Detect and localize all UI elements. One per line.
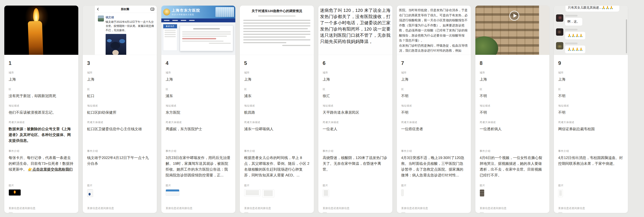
field-value-city: 上海 (323, 76, 388, 82)
wechat-screen: 朋友圈 钱文雄 钱文雄于2022年4月12日下午一点十九分去世。疫情期间一切从简… (95, 5, 157, 55)
gallery-card[interactable]: 迷病危了叫 120，120 来了说全上海发热门诊都关了，没有医院接收，打了一个多… (318, 5, 392, 213)
hospital-menu-title: 最新动态 (163, 24, 177, 28)
avatar (556, 28, 563, 36)
text-line (209, 43, 231, 44)
field-label-source: 直接信息还是间接信息 (323, 207, 388, 210)
image-thumbnail[interactable] (401, 189, 404, 196)
field-label-deceased: 死者大体描述 (401, 121, 466, 124)
wechat-post-text: 钱文雄于2022年4月12日下午一点十九分去世。疫情期间一切从简。家属目前悲痛不… (106, 20, 155, 32)
field-label-image: 图片 (8, 184, 74, 187)
field-value-city: 上海 (8, 76, 74, 82)
field-value-deceased: 数据来源：被删除的公众号文章《上海逝者》及其评论区、各种社交媒体、网友提供信息。 (8, 126, 74, 144)
field-label-deceased: 死者大体描述 (558, 121, 624, 124)
weibo-text-screenshot-cover: 医院。当时有些低烧，但是发热门诊在消杀，于是在门口的黑夜里等待了很久。可是由于有… (397, 5, 471, 55)
card-number: 6 (323, 60, 388, 66)
field-label-deceased: 死者大体描述 (244, 121, 310, 124)
image-thumbnail[interactable] (87, 189, 93, 197)
field-label-address: 地址描述 (480, 104, 545, 108)
hospital-website-cover: 上海市东方医院 同济大学附属东方医院 最新动态 (161, 5, 235, 55)
field-value-deceased: 网信证券副总裁韦桂国 (558, 126, 624, 144)
field-value-city: 上海 (401, 76, 466, 82)
chat-username-blurred (565, 42, 578, 44)
screenshot-text: 迷病危了叫 120，120 来了说全上海发热门诊都关了，没有医院接收，打了一个多… (320, 7, 390, 45)
image-thumbnail[interactable] (8, 189, 21, 196)
hospital-building-photo (216, 7, 234, 17)
gallery-card[interactable]: 朋友圈 钱文雄 钱文雄于2022年4月12日下午一点十九分去世。疫情期间一切从简… (82, 5, 157, 213)
image-thumbnail[interactable] (244, 189, 260, 196)
field-label-source: 直接信息还是间接信息 (480, 207, 545, 210)
text-line (243, 28, 308, 29)
field-label-image: 图片 (480, 184, 545, 187)
hospital-side-menu: 最新动态 (163, 24, 177, 51)
field-value-event: 根据患者女儿公布的时间线，早上 8 点，其父哮喘发作、晕倒。随后，小区 2 名做… (244, 156, 309, 177)
gallery-card[interactable]: 医院。当时有些低烧，但是发热门诊在消杀，于是在门口的黑夜里等待了很久。可是由于有… (397, 5, 471, 213)
field-value-district: 徐汇 (323, 93, 388, 99)
video-play-icon[interactable] (509, 11, 519, 21)
text-line (182, 31, 231, 32)
field-label-deceased: 死者大体描述 (480, 121, 545, 124)
field-value-event: 4月12日传出消息，韦桂国因脑溢血、封控期间联系救治未果，于家中病逝。 (558, 156, 623, 166)
field-label-district: 区 (558, 87, 624, 91)
source-empty-pill (558, 212, 562, 213)
gallery-card[interactable]: 8 城市 上海 区 不明 地址描述 不明 死者大体描述 一位透析病人 事件介绍 … (475, 5, 550, 213)
investigation-document-cover: 关于对浦东120急救中心的调查情况 (240, 5, 314, 55)
gallery-card[interactable]: 关于对浦东120急救中心的调查情况 5 城市 上海 区 浦东 地址描述 航昌路 … (240, 5, 314, 213)
field-label-event: 事件介绍 (244, 149, 310, 153)
text-line (243, 36, 306, 38)
card-number: 5 (244, 60, 310, 66)
nav-item-placeholder (189, 20, 195, 21)
wechat-post: 钱文雄 钱文雄于2022年4月12日下午一点十九分去世。疫情期间一切从简。家属目… (95, 13, 157, 55)
gallery-card[interactable]: 1 城市 上海 区 没有死于新冠，却因新冠而死 地址描述 他们不应该被漠视甚至忘… (4, 5, 78, 213)
chat-message: 啊，这。 (565, 18, 582, 25)
source-empty-pill (8, 212, 13, 213)
field-label-source: 直接信息还是间接信息 (166, 207, 231, 210)
field-value-event: 钱文雄于2022年4月12日下午一点十九分自杀 (87, 156, 149, 166)
field-label-district: 区 (8, 87, 74, 91)
gallery-card[interactable]: 上海市东方医院 同济大学附属东方医院 最新动态 (161, 5, 236, 213)
field-value-city: 上海 (166, 76, 231, 82)
image-thumbnail[interactable] (323, 189, 329, 197)
gallery-card[interactable]: 只有其女儿眼见其病逝...🙏🙏🙏 啊，这。 🙏🙏🙏🙏 🙏🙏🙏🙏 9 (554, 5, 628, 213)
hospital-page-body: 最新动态 (161, 22, 235, 55)
text-line (182, 33, 231, 35)
candle-cover-photo (4, 5, 78, 55)
hospital-subtitle: 同济大学附属东方医院 (172, 13, 200, 16)
card-body: 8 城市 上海 区 不明 地址描述 不明 死者大体描述 一位透析病人 事件介绍 … (475, 55, 549, 213)
document-title: 关于对浦东120急救中心的调查情况 (243, 9, 310, 13)
text-line (164, 34, 176, 35)
candle-body (28, 21, 43, 55)
card-body: 4 城市 上海 区 浦东 地址描述 东方医院 死者大体描述 周盛妮，东方医院护士… (161, 55, 235, 213)
text-line (243, 39, 310, 40)
text-line (193, 28, 220, 29)
field-value-source: 网络信息 (87, 212, 152, 213)
field-label-deceased: 死者大体描述 (323, 121, 388, 124)
field-value-address: 不明 (558, 110, 624, 115)
card-body: 6 城市 上海 区 徐汇 地址描述 天平路街道永康居民区 死者大体描述 一位老人… (318, 55, 392, 213)
submit-info-link[interactable]: 👉点击这里提交信息给我们 (28, 167, 72, 172)
image-thumbnail[interactable] (262, 189, 274, 198)
field-value-city: 上海 (87, 76, 152, 82)
field-label-image: 图片 (244, 184, 310, 187)
field-label-address: 地址描述 (558, 104, 624, 108)
field-value-district: 虹口 (87, 93, 152, 99)
field-label-event: 事件介绍 (8, 149, 74, 153)
wechat-post-author: 钱文雄 (106, 15, 155, 19)
field-value-district: 不明 (558, 93, 624, 99)
field-label-city: 城市 (244, 71, 310, 75)
card-body: 3 城市 上海 区 虹口 地址描述 虹口区妇幼保健所 死者大体描述 虹口区卫健委… (83, 55, 157, 213)
field-value-address: 虹口区妇幼保健所 (87, 110, 152, 115)
field-label-city: 城市 (323, 71, 388, 75)
field-value-deceased: 一位癌症患者 (401, 126, 466, 144)
field-label-address: 地址描述 (8, 104, 74, 108)
field-value-district: 不明 (480, 93, 545, 99)
scrollbar[interactable] (626, 19, 627, 53)
field-label-source: 直接信息还是间接信息 (8, 207, 74, 210)
card-number: 8 (480, 60, 545, 66)
image-thumbnail[interactable] (558, 189, 563, 197)
field-value-district: 没有死于新冠，却因新冠而死 (8, 93, 74, 99)
image-thumbnail[interactable] (480, 189, 484, 197)
image-thumbnail[interactable] (166, 189, 180, 196)
chat-row: 🙏🙏🙏🙏 (556, 28, 626, 39)
text-line (243, 25, 310, 26)
field-label-source: 直接信息还是间接信息 (401, 207, 466, 210)
